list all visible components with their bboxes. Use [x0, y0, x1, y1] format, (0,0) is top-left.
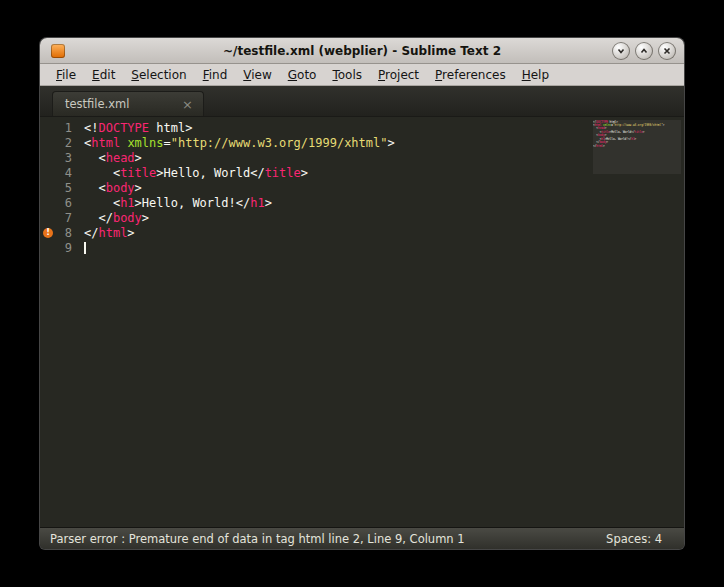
menu-item-selection[interactable]: Selection — [123, 66, 194, 84]
code-token: > — [142, 211, 149, 225]
line-number-2[interactable]: 2 — [40, 136, 82, 151]
code-token: > — [265, 196, 272, 210]
code-token: < — [84, 151, 106, 165]
code-token: < — [84, 181, 106, 195]
code-token: >Hello, World!</ — [605, 137, 632, 140]
sublime-text-window: ~/testfile.xml (webplier) - Sublime Text… — [40, 38, 684, 549]
line-number-text: 6 — [65, 196, 72, 210]
line-number-9[interactable]: 9 — [40, 241, 82, 256]
tab-testfile-xml[interactable]: testfile.xml × — [52, 91, 204, 116]
code-token: > — [135, 151, 142, 165]
spaces-indicator[interactable]: Spaces: 4 — [606, 532, 662, 546]
code-token: head — [106, 151, 135, 165]
window-title: ~/testfile.xml (webplier) - Sublime Text… — [40, 44, 684, 58]
code-line-5[interactable]: <body> — [84, 181, 684, 196]
code-token: html — [91, 136, 120, 150]
code-token: title — [120, 166, 156, 180]
code-token: >Hello, World</ — [156, 166, 264, 180]
gutter: 1234567!89 — [40, 117, 82, 527]
code-line-8[interactable]: </html> — [84, 226, 684, 241]
line-number-8[interactable]: !8 — [40, 226, 82, 241]
menu-accelerator: G — [288, 68, 297, 82]
menu-item-tools[interactable]: Tools — [324, 66, 370, 84]
menu-item-help[interactable]: Help — [514, 66, 557, 84]
code-line-6[interactable]: <h1>Hello, World!</h1> — [84, 196, 684, 211]
code-token: html — [98, 226, 127, 240]
code-token: DOCTYPE — [98, 121, 149, 135]
code-token: h1 — [250, 196, 264, 210]
code-token: h1 — [120, 196, 134, 210]
code-token: < — [84, 166, 120, 180]
code-line-9[interactable] — [84, 241, 684, 256]
line-number-1[interactable]: 1 — [40, 121, 82, 136]
code-token: title — [265, 166, 301, 180]
code-token: > — [643, 130, 645, 133]
line-number-5[interactable]: 5 — [40, 181, 82, 196]
close-button[interactable] — [658, 42, 676, 60]
text-caret — [84, 242, 86, 254]
close-icon — [662, 46, 672, 56]
error-marker-icon: ! — [43, 228, 53, 238]
code-area[interactable]: <!DOCTYPE html><html xmlns="http://www.w… — [82, 117, 684, 527]
line-number-text: 3 — [65, 151, 72, 165]
minimap-content: <!DOCTYPE html><html xmlns="http://www.w… — [593, 120, 613, 151]
menu-accelerator: H — [522, 68, 531, 82]
tab-close-icon[interactable]: × — [180, 98, 195, 111]
code-token: > — [127, 226, 134, 240]
code-token: "http://www.w3.org/1999/xhtml" — [613, 123, 663, 126]
code-token: > — [603, 144, 605, 147]
maximize-button[interactable] — [635, 42, 653, 60]
tab-bar: testfile.xml × — [40, 86, 684, 117]
line-number-4[interactable]: 4 — [40, 166, 82, 181]
code-token: "http://www.w3.org/1999/xhtml" — [171, 136, 388, 150]
minimap[interactable]: <!DOCTYPE html><html xmlns="http://www.w… — [593, 120, 681, 174]
code-token: > — [135, 181, 142, 195]
menu-item-edit[interactable]: Edit — [84, 66, 123, 84]
menu-accelerator: F — [56, 68, 62, 82]
code-token: > — [301, 166, 308, 180]
line-number-text: 5 — [65, 181, 72, 195]
menu-item-find[interactable]: Find — [195, 66, 236, 84]
code-token: </ — [84, 226, 98, 240]
code-token: xmlns — [127, 136, 163, 150]
line-number-text: 2 — [65, 136, 72, 150]
line-number-3[interactable]: 3 — [40, 151, 82, 166]
code-token: html> — [149, 121, 192, 135]
code-token: > — [387, 136, 394, 150]
title-bar[interactable]: ~/testfile.xml (webplier) - Sublime Text… — [40, 38, 684, 64]
menu-accelerator: F — [203, 68, 209, 82]
menu-accelerator: T — [332, 68, 337, 82]
code-token: >Hello, World!</ — [135, 196, 251, 210]
menu-item-goto[interactable]: Goto — [280, 66, 325, 84]
menu-accelerator: V — [243, 68, 251, 82]
line-number-7[interactable]: 7 — [40, 211, 82, 226]
menu-item-preferences[interactable]: Preferences — [427, 66, 514, 84]
line-number-text: 4 — [65, 166, 72, 180]
menu-bar: FileEditSelectionFindViewGotoToolsProjec… — [40, 64, 684, 86]
code-token: = — [164, 136, 171, 150]
menu-accelerator: P — [378, 68, 385, 82]
line-number-text: 9 — [65, 241, 72, 255]
menu-accelerator: E — [92, 68, 100, 82]
code-token: </ — [84, 211, 113, 225]
editor-area[interactable]: 1234567!89 <!DOCTYPE html><html xmlns="h… — [40, 117, 684, 527]
app-icon — [51, 44, 65, 58]
code-token: title — [635, 130, 643, 133]
code-token: >Hello, World</ — [610, 130, 635, 133]
window-buttons — [612, 42, 676, 60]
menu-accelerator: P — [435, 68, 442, 82]
code-token: body — [113, 211, 142, 225]
code-token: < — [84, 196, 120, 210]
code-line-7[interactable]: </body> — [84, 211, 684, 226]
line-number-text: 7 — [65, 211, 72, 225]
minimap-line-9 — [593, 148, 613, 151]
menu-item-project[interactable]: Project — [370, 66, 427, 84]
code-token: > — [606, 141, 608, 144]
code-token: > — [635, 137, 637, 140]
line-number-6[interactable]: 6 — [40, 196, 82, 211]
minimize-button[interactable] — [612, 42, 630, 60]
tab-label: testfile.xml — [65, 97, 180, 111]
menu-item-file[interactable]: File — [48, 66, 84, 84]
menu-item-view[interactable]: View — [235, 66, 279, 84]
status-bar: Parser error : Premature end of data in … — [40, 527, 684, 549]
